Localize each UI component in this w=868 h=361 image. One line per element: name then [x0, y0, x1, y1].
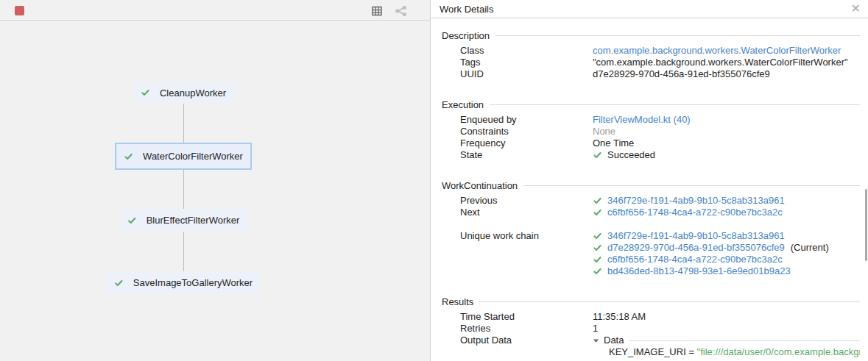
- row-chain-3: c6fbf656-1748-4ca4-a722-c90be7bc3a2c: [431, 254, 860, 265]
- next-work-link[interactable]: c6fbf656-1748-4ca4-a722-c90be7bc3a2c: [607, 207, 783, 218]
- row-class: Class com.example.background.workers.Wat…: [431, 45, 860, 57]
- row-enqueued-by: Enqueued by FilterViewModel.kt (40): [431, 114, 860, 126]
- row-previous: Previous 346f729e-f191-4ab9-9b10-5c8ab31…: [431, 195, 860, 207]
- section-workcontinuation: WorkContinuation Previous 346f729e-f191-…: [431, 179, 860, 277]
- row-label: Previous: [460, 195, 593, 207]
- success-check-icon: [593, 151, 602, 160]
- row-chain-1: Unique work chain 346f729e-f191-4ab9-9b1…: [431, 230, 860, 242]
- work-node-label: WaterColorFilterWorker: [143, 151, 243, 162]
- row-label: UUID: [460, 68, 593, 80]
- work-details-title: Work Details: [440, 4, 493, 15]
- row-next: Next c6fbf656-1748-4ca4-a722-c90be7bc3a2…: [431, 207, 860, 218]
- previous-work-link[interactable]: 346f729e-f191-4ab9-9b10-5c8ab313a961: [607, 195, 785, 207]
- background-task-inspector: CleanupWorker WaterColorFilterWorker Blu…: [0, 0, 868, 361]
- chain-work-link[interactable]: 346f729e-f191-4ab9-9b10-5c8ab313a961: [607, 230, 785, 242]
- success-check-icon: [127, 216, 137, 225]
- row-label: Frequency: [460, 137, 593, 149]
- section-heading: Execution: [442, 99, 484, 110]
- success-check-icon: [593, 196, 602, 205]
- row-label: Class: [460, 45, 593, 57]
- tags-value: "com.example.background.workers.WaterCol…: [593, 57, 860, 68]
- row-label: Tags: [460, 57, 593, 68]
- section-divider: [495, 35, 860, 36]
- section-description: Description Class com.example.background…: [431, 29, 860, 80]
- work-details-header: Work Details ✕: [431, 0, 868, 18]
- success-check-icon: [593, 208, 602, 217]
- equals-sign: =: [686, 346, 697, 357]
- section-heading: WorkContinuation: [442, 180, 518, 191]
- row-chain-2: d7e28929-970d-456a-91ed-bf355076cfe9 (Cu…: [431, 242, 860, 254]
- section-execution: Execution Enqueued by FilterViewModel.kt…: [431, 99, 860, 161]
- work-node-blureffectfilterworker[interactable]: BlurEffectFilterWorker: [120, 209, 247, 232]
- row-chain-4: bd436ded-8b13-4798-93e1-6e9ed01b9a23: [431, 265, 860, 277]
- data-group-divider: [629, 340, 860, 341]
- chain-work-link[interactable]: c6fbf656-1748-4ca4-a722-c90be7bc3a2c: [607, 254, 783, 265]
- row-label: Output Data: [460, 335, 593, 346]
- row-label: Time Started: [460, 311, 593, 323]
- success-check-icon: [141, 88, 150, 97]
- row-frequency: Frequency One Time: [431, 137, 860, 149]
- work-node-saveimagetogalleryworker[interactable]: SaveImageToGalleryWorker: [107, 271, 260, 294]
- uuid-value: d7e28929-970d-456a-91ed-bf355076cfe9: [593, 68, 860, 80]
- constraints-value: None: [593, 126, 860, 137]
- current-marker: (Current): [791, 242, 829, 254]
- work-details-pane: Work Details ✕ Description Class com.exa…: [431, 0, 868, 361]
- row-retries: Retries 1: [431, 323, 860, 335]
- work-node-label: CleanupWorker: [160, 87, 226, 99]
- output-key-name: KEY_IMAGE_URI: [609, 346, 686, 357]
- work-node-watercolorfilterworker-selected[interactable]: WaterColorFilterWorker: [115, 143, 252, 170]
- chain-work-link-current[interactable]: d7e28929-970d-456a-91ed-bf355076cfe9: [607, 242, 785, 254]
- class-link[interactable]: com.example.background.workers.WaterColo…: [593, 45, 841, 57]
- row-tags: Tags "com.example.background.workers.Wat…: [431, 57, 860, 68]
- section-divider: [479, 301, 860, 302]
- vertical-scrollbar-thumb[interactable]: [865, 189, 867, 261]
- row-label: Constraints: [460, 126, 593, 137]
- section-divider: [490, 104, 860, 105]
- section-heading: Description: [442, 30, 490, 41]
- row-label: Unique work chain: [460, 230, 593, 242]
- section-results: Results Time Started 11:35:18 AM Retries…: [431, 296, 860, 358]
- retries-value: 1: [593, 323, 860, 335]
- work-node-label: BlurEffectFilterWorker: [147, 215, 240, 226]
- row-label: Enqueued by: [460, 114, 593, 126]
- graph-connector-line: [183, 92, 184, 284]
- work-details-content: Description Class com.example.background…: [431, 29, 868, 358]
- section-heading: Results: [442, 296, 473, 307]
- success-check-icon: [593, 243, 602, 252]
- frequency-value: One Time: [593, 137, 860, 149]
- enqueued-by-link[interactable]: FilterViewModel.kt (40): [593, 114, 691, 126]
- collapse-arrow-icon[interactable]: [593, 337, 599, 344]
- graph-toolbar: [0, 0, 430, 21]
- row-label: Next: [460, 207, 593, 218]
- chain-work-link[interactable]: bd436ded-8b13-4798-93e1-6e9ed01b9a23: [607, 265, 791, 277]
- row-uuid: UUID d7e28929-970d-456a-91ed-bf355076cfe…: [431, 68, 860, 80]
- output-key-value: "file:///data/user/0/com.example.backgro…: [697, 346, 860, 357]
- success-check-icon: [593, 255, 602, 264]
- work-graph-pane: CleanupWorker WaterColorFilterWorker Blu…: [0, 0, 431, 361]
- success-check-icon: [124, 152, 133, 161]
- table-view-icon[interactable]: [370, 4, 383, 17]
- time-started-value: 11:35:18 AM: [593, 311, 860, 323]
- row-constraints: Constraints None: [431, 126, 860, 137]
- section-divider: [523, 185, 860, 186]
- data-group-label: Data: [604, 335, 624, 346]
- stop-inspector-icon[interactable]: [15, 6, 24, 15]
- success-check-icon: [593, 232, 602, 240]
- row-label: Retries: [460, 323, 593, 335]
- success-check-icon: [593, 267, 602, 276]
- close-icon[interactable]: ✕: [851, 1, 861, 15]
- state-value: Succeeded: [607, 149, 655, 161]
- success-check-icon: [114, 279, 124, 287]
- work-graph-canvas[interactable]: CleanupWorker WaterColorFilterWorker Blu…: [0, 21, 431, 360]
- row-output-data: Output Data Data: [431, 335, 860, 346]
- graph-view-icon[interactable]: [395, 4, 407, 17]
- work-node-label: SaveImageToGalleryWorker: [133, 277, 253, 288]
- row-label: State: [460, 149, 593, 161]
- work-node-cleanupworker[interactable]: CleanupWorker: [133, 82, 233, 104]
- row-key-image-uri: KEY_IMAGE_URI = "file:///data/user/0/com…: [431, 346, 860, 358]
- unique-work-chain: Unique work chain 346f729e-f191-4ab9-9b1…: [431, 230, 860, 277]
- row-time-started: Time Started 11:35:18 AM: [431, 311, 860, 323]
- row-state: State Succeeded: [431, 149, 860, 161]
